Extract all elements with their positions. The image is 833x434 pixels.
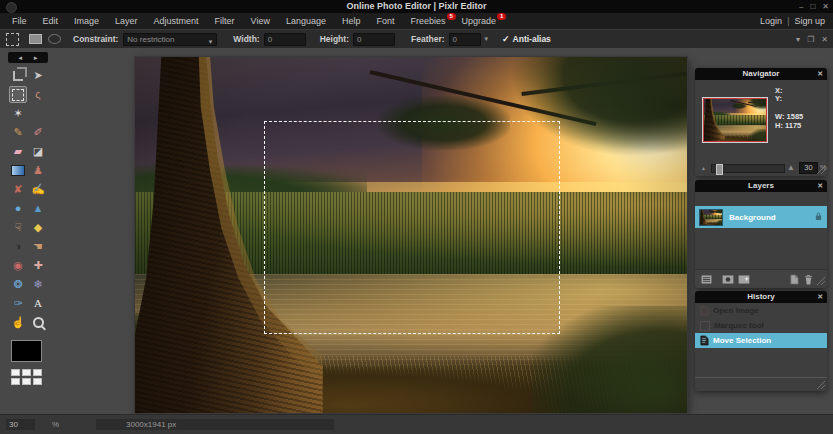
feather-dropdown-icon[interactable]: ▾: [485, 35, 489, 43]
canvas[interactable]: [135, 57, 687, 413]
history-panel-title[interactable]: History ✕: [695, 291, 827, 303]
toolbox-next-icon[interactable]: ►: [33, 55, 39, 61]
menu-filter[interactable]: Filter: [207, 13, 243, 29]
tool-move[interactable]: ➤: [29, 67, 47, 84]
close-icon[interactable]: ✕: [822, 2, 829, 11]
tool-spot-heal[interactable]: ✚: [29, 257, 47, 274]
constraint-label: Constraint:: [73, 34, 118, 44]
chevron-down-icon: ▾: [209, 36, 213, 47]
login-link[interactable]: Login: [760, 16, 782, 26]
tool-pencil[interactable]: ✎: [9, 124, 27, 141]
navigator-resize-grip[interactable]: [817, 166, 825, 174]
menu-image[interactable]: Image: [66, 13, 107, 29]
palette-cell[interactable]: [22, 369, 31, 376]
tool-red-eye-reduction[interactable]: ◉: [9, 257, 27, 274]
new-layer-icon[interactable]: [790, 274, 799, 285]
rectangle-shape-button[interactable]: [29, 34, 42, 44]
minimize-icon[interactable]: –: [799, 2, 803, 11]
navigator-close-icon[interactable]: ✕: [817, 68, 823, 80]
tool-colorpicker[interactable]: ✑: [9, 295, 27, 312]
tool-brush[interactable]: ✐: [29, 124, 47, 141]
constraint-select[interactable]: No restriction ▾: [123, 33, 217, 46]
toolbox-prev-icon[interactable]: ◄: [17, 55, 23, 61]
history-item-move-selection[interactable]: Move Selection: [695, 333, 827, 348]
auth-links: Login | Sign up: [760, 13, 825, 29]
navigator-thumbnail[interactable]: [702, 97, 768, 143]
layers-resize-grip[interactable]: [817, 277, 825, 285]
tool-paint-bucket[interactable]: ◪: [29, 143, 47, 160]
signup-link[interactable]: Sign up: [794, 16, 825, 26]
navigator-view-rect[interactable]: [703, 98, 767, 142]
palette-cell[interactable]: [33, 369, 42, 376]
palette-cell[interactable]: [11, 378, 20, 385]
tool-bloat[interactable]: ❂: [9, 276, 27, 293]
height-input[interactable]: 0: [353, 33, 395, 46]
maximize-icon[interactable]: □: [810, 2, 815, 11]
menu-language[interactable]: Language: [278, 13, 334, 29]
palette-cell[interactable]: [22, 378, 31, 385]
options-float-icon[interactable]: ❐: [807, 35, 814, 44]
add-layer-mask-icon[interactable]: [722, 275, 734, 284]
feather-input[interactable]: 0: [449, 33, 481, 46]
tool-burn[interactable]: ☚: [29, 238, 47, 255]
history-item-open-image[interactable]: Open Image: [695, 303, 827, 318]
history-resize-grip[interactable]: [817, 381, 825, 389]
color-palette-grid[interactable]: [11, 369, 48, 385]
history-close-icon[interactable]: ✕: [817, 291, 823, 303]
menu-view[interactable]: View: [243, 13, 278, 29]
selection-marquee[interactable]: [264, 121, 560, 334]
zoom-slider-track[interactable]: [711, 164, 785, 173]
tool-hand[interactable]: ☝: [9, 314, 27, 331]
delete-layer-icon[interactable]: [804, 274, 813, 285]
tool-pinch[interactable]: ❄: [29, 276, 47, 293]
history-item-marquee-tool[interactable]: Marquee tool: [695, 318, 827, 333]
add-layer-style-icon[interactable]: [738, 275, 750, 284]
menu-layer[interactable]: Layer: [107, 13, 146, 29]
tool-wand[interactable]: ✶: [9, 105, 27, 122]
antialias-checkbox[interactable]: ✓: [502, 34, 510, 44]
menu-freebies[interactable]: Freebies 5: [403, 13, 454, 29]
tool-gradient[interactable]: [9, 162, 27, 179]
ellipse-shape-button[interactable]: [48, 34, 61, 44]
antialias-label: Anti-alias: [513, 34, 551, 44]
tool-crop[interactable]: [9, 67, 27, 84]
menu-help[interactable]: Help: [334, 13, 369, 29]
tool-clone-stamp[interactable]: ♟: [29, 162, 47, 179]
zoom-out-mountain-icon[interactable]: ▲: [701, 165, 706, 171]
tool-zoom[interactable]: [29, 314, 47, 331]
menu-file[interactable]: File: [4, 13, 35, 29]
tool-sharpen[interactable]: ▲: [29, 200, 47, 217]
palette-cell[interactable]: [33, 378, 42, 385]
options-collapse-icon[interactable]: ▾: [796, 35, 800, 44]
palette-cell[interactable]: [11, 369, 20, 376]
width-input[interactable]: 0: [264, 33, 306, 46]
menu-adjustment[interactable]: Adjustment: [146, 13, 207, 29]
zoom-value-input[interactable]: 30: [799, 162, 818, 174]
tool-sponge[interactable]: ◆: [29, 219, 47, 236]
menu-edit[interactable]: Edit: [35, 13, 67, 29]
smudge-icon: ☟: [15, 222, 22, 233]
menu-upgrade[interactable]: Upgrade 1: [454, 13, 505, 29]
menu-font[interactable]: Font: [369, 13, 403, 29]
colorpicker-icon: ✑: [13, 298, 22, 309]
layer-row-background[interactable]: Background: [695, 206, 827, 228]
zoom-slider-handle[interactable]: [716, 164, 723, 175]
layer-settings-icon[interactable]: [701, 275, 712, 284]
status-zoom-value[interactable]: 30: [6, 419, 35, 430]
tool-blur[interactable]: ●: [9, 200, 27, 217]
options-close-icon[interactable]: ✕: [821, 35, 828, 44]
layers-close-icon[interactable]: ✕: [817, 180, 823, 192]
tool-marquee[interactable]: [9, 86, 27, 103]
tool-color-replace[interactable]: ✘: [9, 181, 27, 198]
navigator-panel-title[interactable]: Navigator ✕: [695, 68, 827, 80]
nav-w-value: 1585: [787, 112, 804, 121]
tool-eraser[interactable]: ▰: [9, 143, 27, 160]
tool-lasso[interactable]: ς: [29, 86, 47, 103]
tool-smudge[interactable]: ☟: [9, 219, 27, 236]
layers-panel-title[interactable]: Layers ✕: [695, 180, 827, 192]
tool-drawing[interactable]: ✍: [29, 181, 47, 198]
main-color-swatch[interactable]: [11, 340, 42, 362]
tool-type[interactable]: A: [29, 295, 47, 312]
zoom-in-mountain-icon[interactable]: ▲: [787, 163, 795, 172]
tool-dodge[interactable]: ◑: [9, 238, 27, 255]
